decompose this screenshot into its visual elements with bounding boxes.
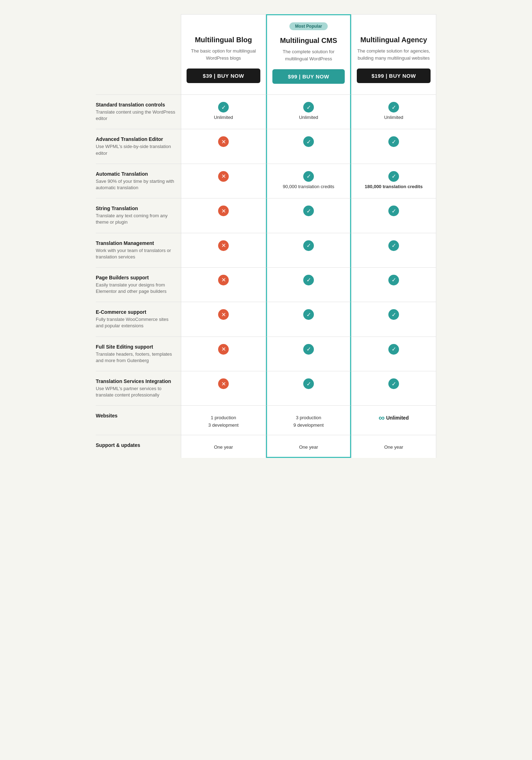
value-text-2-1: 90,000 translation credits [271,184,347,189]
feature-name-7: Full Site Editing support [96,344,176,350]
value-text-0-2: Unlimited [355,115,432,120]
check-icon: ✓ [388,344,399,355]
value-text-2-2: 180,000 translation credits [355,184,432,189]
check-icon: ✓ [303,309,314,320]
feature-label-8: Translation Services Integration Use WPM… [96,371,181,405]
feature-desc-0: Translate content using the WordPress ed… [96,109,176,122]
feature-label-10: Support & updates [96,435,181,458]
check-icon: ✓ [388,136,399,147]
feature-name-0: Standard translation controls [96,102,176,108]
feature-value-6-1: ✓ [266,302,351,336]
feature-name-5: Page Builders support [96,275,176,280]
check-icon: ✓ [388,102,399,113]
feature-desc-3: Translate any text coming from any theme… [96,213,176,225]
feature-value-7-1: ✓ [266,337,351,371]
feature-value-1-0: ✕ [181,129,266,163]
feature-label-1: Advanced Translation Editor Use WPML's s… [96,129,181,163]
feature-value-9-2: ∞ Unlimited [351,405,436,435]
feature-value-0-0: ✓Unlimited [181,94,266,129]
check-icon: ✓ [388,309,399,320]
feature-desc-7: Translate headers, footers, templates an… [96,351,176,364]
buy-btn-agency[interactable]: $199 | BUY NOW [357,69,431,83]
value-text-9-0: 1 production [185,415,262,420]
infinity-icon: ∞ [379,413,385,423]
popular-badge-container: Most Popular [272,22,345,37]
feature-value-0-1: ✓Unlimited [266,94,351,129]
plan-header-agency: Multilingual Agency The complete solutio… [351,14,436,94]
feature-name-4: Translation Management [96,240,176,246]
feature-value-4-1: ✓ [266,233,351,267]
feature-label-2: Automatic Translation Save 90% of your t… [96,164,181,198]
feature-desc-8: Use WPML's partner services to translate… [96,386,176,398]
cross-icon: ✕ [218,171,229,182]
feature-desc-4: Work with your team of translators or tr… [96,247,176,260]
buy-btn-cms[interactable]: $99 | BUY NOW [272,69,345,84]
value-text-10-1: One year [271,444,347,450]
value-text-9-1: 9 development [271,422,347,428]
check-icon: ✓ [388,206,399,216]
pricing-table: Multilingual Blog The basic option for m… [89,0,443,472]
feature-value-5-1: ✓ [266,267,351,302]
header-feature-cell [96,14,181,94]
feature-value-8-2: ✓ [351,371,436,405]
feature-name-2: Automatic Translation [96,171,176,177]
cross-icon: ✕ [218,344,229,355]
value-text-9-1: 3 production [271,415,347,420]
feature-desc-5: Easily translate your designs from Eleme… [96,282,176,295]
feature-label-7: Full Site Editing support Translate head… [96,337,181,371]
feature-value-3-0: ✕ [181,198,266,233]
feature-value-3-2: ✓ [351,198,436,233]
plan-header-cms: Most Popular Multilingual CMS The comple… [266,14,351,94]
feature-value-8-0: ✕ [181,371,266,405]
plan-title-cms: Multilingual CMS [272,37,345,45]
feature-value-10-2: One year [351,435,436,458]
feature-value-1-1: ✓ [266,129,351,163]
most-popular-badge: Most Popular [289,22,328,30]
feature-label-4: Translation Management Work with your te… [96,233,181,267]
plan-header-blog: Multilingual Blog The basic option for m… [181,14,266,94]
feature-value-1-2: ✓ [351,129,436,163]
feature-name-3: String Translation [96,206,176,211]
cross-icon: ✕ [218,309,229,320]
feature-value-6-0: ✕ [181,302,266,336]
feature-value-10-1: One year [266,435,351,458]
value-text-10-0: One year [185,444,262,450]
table-grid: Multilingual Blog The basic option for m… [96,14,436,458]
feature-desc-1: Use WPML's side-by-side translation edit… [96,143,176,156]
plan-desc-cms: The complete solution for multilingual W… [272,48,345,62]
feature-label-5: Page Builders support Easily translate y… [96,267,181,302]
feature-value-8-1: ✓ [266,371,351,405]
plan-desc-blog: The basic option for multilingual WordPr… [187,48,260,61]
feature-desc-2: Save 90% of your time by starting with a… [96,178,176,191]
feature-name-8: Translation Services Integration [96,378,176,384]
cross-icon: ✕ [218,206,229,216]
value-text-9-2: Unlimited [386,415,409,421]
feature-value-3-1: ✓ [266,198,351,233]
feature-value-0-2: ✓Unlimited [351,94,436,129]
feature-name-1: Advanced Translation Editor [96,136,176,142]
feature-label-9: Websites [96,405,181,435]
feature-value-2-0: ✕ [181,164,266,198]
check-icon: ✓ [388,378,399,389]
feature-name-6: E-Commerce support [96,309,176,315]
feature-value-10-0: One year [181,435,266,458]
cross-icon: ✕ [218,136,229,147]
check-icon: ✓ [303,102,314,113]
feature-value-2-1: ✓90,000 translation credits [266,164,351,198]
plan-title-blog: Multilingual Blog [187,36,260,44]
buy-btn-blog[interactable]: $39 | BUY NOW [187,69,260,83]
check-icon: ✓ [303,275,314,285]
feature-value-4-2: ✓ [351,233,436,267]
feature-name-9: Websites [96,413,176,419]
feature-value-9-1: 3 production9 development [266,405,351,435]
value-text-0-1: Unlimited [271,115,347,120]
feature-value-9-0: 1 production3 development [181,405,266,435]
feature-value-6-2: ✓ [351,302,436,336]
feature-value-2-2: ✓180,000 translation credits [351,164,436,198]
value-text-9-0: 3 development [185,422,262,428]
feature-label-6: E-Commerce support Fully translate WooCo… [96,302,181,336]
check-icon: ✓ [388,240,399,251]
check-icon: ✓ [303,206,314,216]
cross-icon: ✕ [218,378,229,389]
feature-name-10: Support & updates [96,442,176,448]
